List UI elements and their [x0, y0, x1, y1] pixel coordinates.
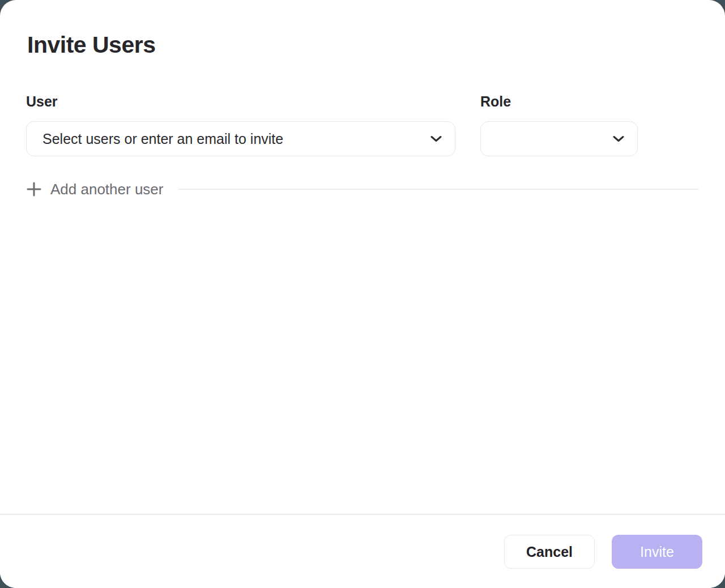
add-user-row: Add another user	[26, 180, 698, 198]
role-field: Role	[480, 93, 638, 156]
role-select[interactable]	[480, 121, 638, 156]
add-another-user-label: Add another user	[50, 180, 163, 198]
user-select[interactable]: Select users or enter an email to invite	[26, 121, 455, 156]
dialog-title: Invite Users	[27, 31, 725, 59]
add-another-user-button[interactable]: Add another user	[26, 180, 163, 198]
chevron-down-icon	[430, 135, 442, 143]
invite-users-dialog: Invite Users User Select users or enter …	[0, 0, 725, 588]
invite-button[interactable]: Invite	[612, 535, 702, 569]
role-field-label: Role	[480, 93, 638, 110]
user-field: User Select users or enter an email to i…	[26, 93, 455, 156]
chevron-down-icon	[612, 135, 625, 143]
plus-icon	[26, 181, 42, 197]
cancel-button[interactable]: Cancel	[504, 535, 595, 569]
dialog-footer: Cancel Invite	[0, 514, 725, 588]
fields-row: User Select users or enter an email to i…	[26, 93, 699, 156]
user-field-label: User	[26, 93, 455, 110]
user-select-placeholder: Select users or enter an email to invite	[42, 131, 283, 147]
divider	[178, 189, 698, 190]
